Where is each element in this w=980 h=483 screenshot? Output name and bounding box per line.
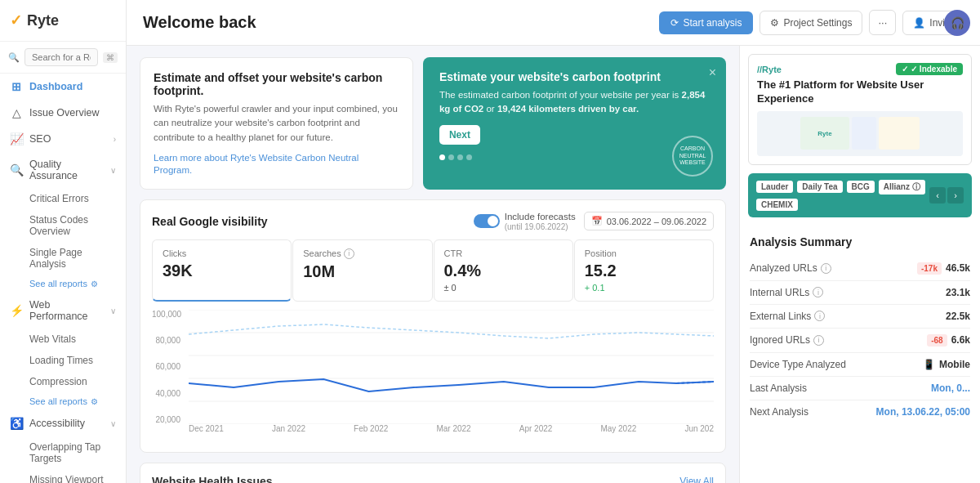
carbon-left-body: With Ryte's powerful crawler and your in… [154, 102, 399, 145]
brand-tag-lauder: Lauder [756, 181, 793, 193]
mobile-icon: 📱 [923, 359, 935, 370]
visibility-chart: 100,000 80,000 60,000 40,000 20,000 [152, 310, 714, 441]
sidebar-sub-compression[interactable]: Compression [0, 371, 126, 392]
see-all-qa-icon: ⚙ [91, 280, 98, 288]
carbon-learn-more-link[interactable]: Learn more about Ryte's Website Carbon N… [154, 153, 359, 175]
mockup-element [879, 117, 920, 150]
sidebar-sub-status-codes[interactable]: Status Codes Overview [0, 209, 126, 242]
sidebar-item-seo[interactable]: 📈 SEO › [0, 126, 126, 152]
analysis-row-ignored-urls: Ignored URLs i -68 6.6k [750, 329, 970, 353]
mockup-element [852, 117, 876, 150]
indexable-badge: ✓ ✓ Indexable [896, 63, 963, 75]
brand-tag-allianz: Allianz ⓘ [879, 180, 925, 195]
health-section: Website Health Issues View All Broken Pa… [140, 463, 726, 483]
seo-icon: 📈 [10, 132, 23, 145]
visibility-title: Real Google visibility [152, 215, 268, 228]
ryte-promo-card: //Ryte ✓ ✓ Indexable The #1 Platform for… [748, 54, 972, 165]
carbon-left-title: Estimate and offset your website's carbo… [154, 71, 399, 97]
view-all-link[interactable]: View All [679, 476, 714, 483]
sidebar-sub-viewport[interactable]: Missing Viewport Tags [0, 469, 126, 483]
chart-svg [189, 310, 714, 424]
brand-name: Ryte [27, 12, 59, 29]
searches-value: 10M [303, 262, 421, 281]
chart-y-axis: 100,000 80,000 60,000 40,000 20,000 [152, 310, 185, 424]
carbon-neutral-badge: CARBONNEUTRALWEBSITE [672, 136, 713, 177]
sidebar-item-label: Quality Assurance [29, 159, 104, 181]
content-row: Estimate and offset your website's carbo… [127, 46, 980, 483]
carbon-right-body: The estimated carbon footprint of your w… [439, 88, 710, 117]
logo-check-icon: ✓ [10, 11, 22, 29]
sidebar-item-label: Accessibility [29, 418, 85, 429]
ctr-change: ± 0 [444, 283, 563, 293]
search-container: 🔍 ⌘ [0, 42, 126, 74]
external-links-info-icon[interactable]: i [814, 311, 825, 321]
user-avatar[interactable]: 🎧 [944, 10, 970, 36]
brand-tag-chemix: CHEMIX [756, 199, 798, 211]
carbon-dot-4 [466, 154, 472, 160]
sidebar-item-issue-overview[interactable]: △ Issue Overview [0, 100, 126, 126]
toggle-knob [488, 216, 498, 226]
sidebar-item-quality-assurance[interactable]: 🔍 Quality Assurance ∨ [0, 152, 126, 188]
promo-mockup: Ryte [757, 111, 963, 156]
right-panel: //Ryte ✓ ✓ Indexable The #1 Platform for… [739, 46, 980, 483]
visibility-section: Real Google visibility Include forecasts… [140, 199, 726, 453]
sidebar-sub-tap-targets[interactable]: Overlapping Tap Targets [0, 436, 126, 469]
start-analysis-icon: ⟳ [670, 17, 679, 29]
sidebar-item-web-performance[interactable]: ⚡ Web Performance ∨ [0, 293, 126, 329]
chart-x-axis: Dec 2021 Jan 2022 Feb 2022 Mar 2022 Apr … [189, 424, 714, 433]
analyzed-urls-info-icon[interactable]: i [821, 263, 831, 274]
carbon-dot-2 [448, 154, 454, 160]
clicks-value: 39K [163, 262, 281, 280]
forecast-toggle[interactable] [474, 214, 500, 228]
position-stat: Position 15.2 + 0.1 [574, 239, 714, 302]
see-all-qa-link[interactable]: See all reports ⚙ [0, 275, 126, 293]
device-type-value: Mobile [939, 359, 970, 370]
searches-info-icon[interactable]: i [344, 248, 354, 259]
brand-tags-section: Lauder Daily Tea BCG Allianz ⓘ CHEMIX ‹ … [748, 173, 972, 217]
visibility-controls: Include forecasts (until 19.06.2022) 📅 0… [474, 212, 714, 231]
carbon-next-button[interactable]: Next [439, 125, 480, 145]
position-value: 15.2 [585, 262, 703, 280]
header-actions: ⟳ Start analysis ⚙ Project Settings ··· … [659, 10, 964, 35]
ignored-urls-info-icon[interactable]: i [813, 335, 824, 346]
sidebar-sub-web-vitals[interactable]: Web Vitals [0, 329, 126, 350]
sidebar-sub-critical-errors[interactable]: Critical Errors [0, 188, 126, 209]
carbon-dots [439, 154, 710, 160]
analysis-row-external-links: External Links i 22.5k [750, 305, 970, 329]
sidebar-item-accessibility[interactable]: ♿ Accessibility ∨ [0, 410, 126, 436]
start-analysis-button[interactable]: ⟳ Start analysis [659, 11, 753, 34]
analysis-row-analyzed-urls: Analyzed URLs i -17k 46.5k [750, 257, 970, 281]
ctr-value: 0.4% [444, 262, 563, 280]
see-all-wp-link[interactable]: See all reports ⚙ [0, 392, 126, 410]
sidebar-sub-loading-times[interactable]: Loading Times [0, 350, 126, 371]
ignored-urls-value: 6.6k [951, 334, 970, 346]
carbon-dot-1 [439, 154, 445, 160]
brand-next-button[interactable]: › [947, 187, 964, 203]
project-settings-button[interactable]: ⚙ Project Settings [760, 11, 862, 35]
page-header: Welcome back ⟳ Start analysis ⚙ Project … [127, 0, 980, 46]
mockup-element: Ryte [800, 117, 849, 150]
analysis-row-last-analysis: Last Analysis Mon, 0... [750, 377, 970, 400]
external-links-value: 22.5k [946, 311, 970, 322]
analysis-summary-section: Analysis Summary Analyzed URLs i -17k 46… [740, 226, 980, 483]
settings-icon: ⚙ [770, 17, 779, 29]
accessibility-icon: ♿ [10, 417, 23, 430]
health-header: Website Health Issues View All [152, 475, 714, 483]
internal-urls-info-icon[interactable]: i [813, 287, 823, 297]
issue-overview-icon: △ [10, 106, 23, 119]
carbon-close-button[interactable]: × [709, 65, 716, 80]
more-options-button[interactable]: ··· [869, 10, 896, 35]
visibility-header: Real Google visibility Include forecasts… [152, 212, 714, 231]
center-content: Estimate and offset your website's carbo… [127, 46, 739, 483]
brand-prev-button[interactable]: ‹ [929, 187, 946, 203]
date-range-picker[interactable]: 📅 03.06.2022 – 09.06.2022 [584, 212, 714, 230]
sidebar-item-dashboard[interactable]: ⊞ Dashboard [0, 74, 126, 100]
position-change: + 0.1 [585, 283, 703, 293]
health-title: Website Health Issues [152, 475, 273, 483]
analyzed-urls-value: 46.5k [946, 262, 970, 274]
sidebar-sub-single-page[interactable]: Single Page Analysis [0, 242, 126, 275]
carbon-right-card: × Estimate your website's carbon footpri… [423, 57, 726, 190]
sidebar: ✓ Ryte 🔍 ⌘ ⊞ Dashboard △ Issue Overview … [0, 0, 127, 483]
brand-logo: ✓ Ryte [0, 0, 126, 42]
search-input[interactable] [24, 48, 98, 66]
